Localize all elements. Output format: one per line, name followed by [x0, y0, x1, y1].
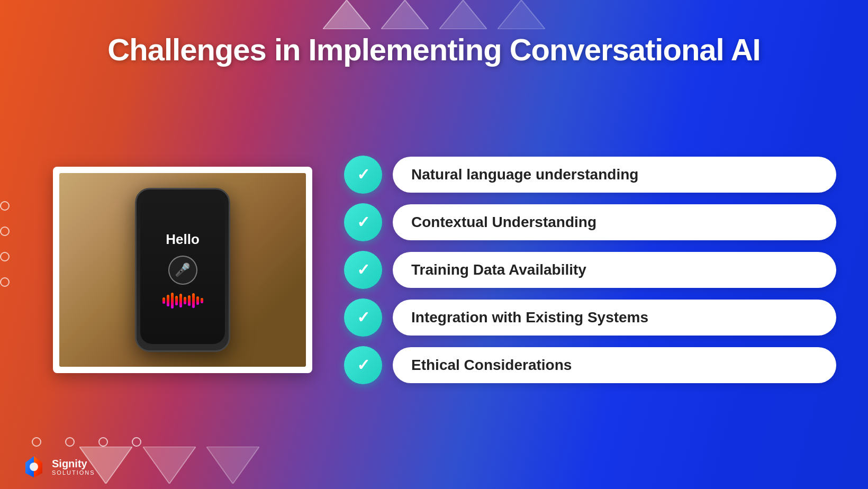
dot-decoration — [0, 227, 10, 236]
check-label-text: Integration with Existing Systems — [411, 309, 648, 325]
logo-name: Signity — [52, 458, 87, 469]
checkmark-icon: ✓ — [357, 213, 370, 231]
wave-bar — [175, 296, 178, 305]
svg-marker-5 — [143, 447, 196, 484]
check-bubble-5: ✓ — [344, 346, 382, 384]
dot-decoration — [0, 252, 10, 261]
checkmark-icon: ✓ — [357, 165, 370, 184]
wave-bar — [179, 294, 182, 307]
slide: Challenges in Implementing Conversationa… — [0, 0, 868, 489]
dot-decoration — [65, 437, 75, 447]
checklist-section: ✓ Natural language understanding ✓ Conte… — [344, 156, 836, 384]
chevron-icon — [498, 0, 545, 29]
page-title: Challenges in Implementing Conversationa… — [0, 32, 868, 67]
wave-bar — [188, 295, 191, 306]
wave-bar — [196, 296, 199, 305]
logo-section: Signity Solutions — [21, 454, 95, 479]
wave-bar — [162, 297, 165, 304]
dots-bottom — [32, 437, 141, 447]
phone-image-inner: Hello 🎤 — [59, 173, 306, 367]
dot-decoration — [32, 437, 41, 447]
content-area: Hello 🎤 — [0, 93, 868, 447]
chevron-down-icon — [206, 447, 259, 484]
top-chevrons — [0, 0, 868, 32]
wave-bar — [201, 298, 203, 303]
checkmark-icon: ✓ — [357, 356, 370, 374]
logo-sub: Solutions — [52, 469, 95, 476]
mic-circle: 🎤 — [168, 256, 197, 285]
check-bubble-1: ✓ — [344, 156, 382, 194]
list-item: ✓ Training Data Availability — [344, 251, 836, 289]
dot-decoration — [0, 201, 10, 211]
check-label-text: Training Data Availability — [411, 261, 586, 278]
check-label-text: Contextual Understanding — [411, 214, 596, 230]
check-bubble-3: ✓ — [344, 251, 382, 289]
list-item: ✓ Natural language understanding — [344, 156, 836, 194]
check-bubble-4: ✓ — [344, 298, 382, 337]
chevron-icon — [439, 0, 487, 29]
check-label-pill: Ethical Considerations — [393, 347, 836, 383]
dot-decoration — [0, 277, 10, 287]
checkmark-icon: ✓ — [357, 260, 370, 279]
chevron-icon — [323, 0, 370, 29]
list-item: ✓ Contextual Understanding — [344, 203, 836, 241]
svg-marker-0 — [323, 0, 370, 29]
logo-icon — [21, 454, 47, 479]
chevron-down-icon — [143, 447, 196, 484]
list-item: ✓ Integration with Existing Systems — [344, 298, 836, 337]
phone-screen: Hello 🎤 — [140, 196, 225, 344]
sound-waves — [162, 293, 203, 309]
check-label-pill: Integration with Existing Systems — [393, 300, 836, 336]
svg-marker-3 — [498, 0, 545, 29]
phone-device: Hello 🎤 — [135, 188, 230, 352]
hello-label: Hello — [166, 231, 200, 248]
dots-left — [0, 201, 10, 287]
wave-bar — [171, 293, 174, 309]
wave-bar — [192, 293, 195, 308]
check-bubble-2: ✓ — [344, 203, 382, 241]
chevron-icon — [381, 0, 429, 29]
wave-bar — [184, 297, 186, 304]
list-item: ✓ Ethical Considerations — [344, 346, 836, 384]
check-label-pill: Natural language understanding — [393, 157, 836, 193]
bottom-chevrons — [26, 447, 868, 489]
dot-decoration — [132, 437, 141, 447]
logo-text-group: Signity Solutions — [52, 458, 95, 476]
image-section: Hello 🎤 — [32, 167, 312, 373]
dot-decoration — [98, 437, 108, 447]
svg-marker-6 — [206, 447, 259, 484]
check-label-pill: Contextual Understanding — [393, 204, 836, 240]
check-label-pill: Training Data Availability — [393, 252, 836, 288]
check-label-text: Natural language understanding — [411, 166, 638, 183]
phone-image-wrapper: Hello 🎤 — [53, 167, 312, 373]
title-section: Challenges in Implementing Conversationa… — [0, 32, 868, 67]
check-label-text: Ethical Considerations — [411, 357, 572, 373]
svg-point-7 — [30, 463, 38, 471]
microphone-icon: 🎤 — [175, 262, 191, 277]
checkmark-icon: ✓ — [357, 308, 370, 327]
svg-marker-1 — [381, 0, 429, 29]
svg-marker-2 — [439, 0, 487, 29]
wave-bar — [167, 295, 169, 306]
